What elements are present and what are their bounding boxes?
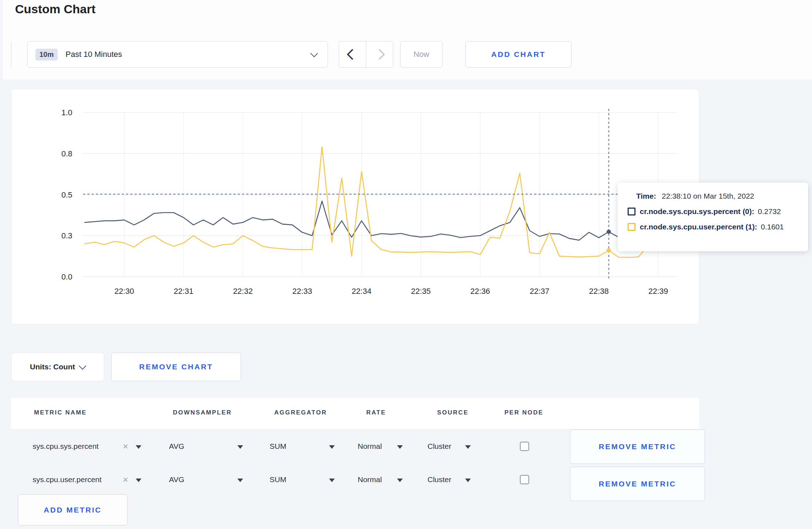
add-metric-button[interactable]: ADD METRIC (18, 494, 127, 525)
legend-square-icon (628, 223, 635, 231)
aggregator-caret[interactable] (329, 475, 335, 484)
tooltip-series-label: cr.node.sys.cpu.sys.percent (0): (640, 207, 754, 216)
x-tick-label: 22:30 (114, 287, 134, 296)
units-label: Units: Count (30, 363, 75, 371)
step-back-button[interactable] (339, 42, 366, 67)
remove-chart-button[interactable]: REMOVE CHART (111, 353, 241, 381)
per-node-checkbox[interactable] (520, 475, 529, 484)
tooltip-time-label: Time: (636, 192, 656, 200)
caret-down-icon (465, 479, 471, 482)
column-header: METRIC NAME (34, 409, 87, 416)
caret-down-icon (397, 445, 403, 449)
rate-caret[interactable] (397, 442, 403, 451)
caret-down-icon (465, 445, 471, 449)
downsampler-caret[interactable] (237, 475, 243, 484)
tooltip-series-row: cr.node.sys.cpu.sys.percent (0):0.2732 (628, 207, 808, 216)
chevron-down-icon (310, 49, 318, 57)
y-tick-label: 0.3 (61, 231, 72, 240)
column-header: SOURCE (437, 409, 469, 416)
chevron-left-icon (347, 49, 358, 60)
legend-square-icon (628, 208, 635, 215)
timeseries-chart[interactable]: 22:3022:3122:3222:3322:3422:3522:3622:37… (11, 89, 699, 324)
highlight-dot (606, 230, 611, 234)
caret-down-icon (329, 445, 335, 449)
y-tick-label: 0.5 (61, 190, 72, 199)
chevron-down-icon (79, 362, 86, 369)
aggregator-select[interactable]: SUM (270, 442, 286, 451)
tooltip-time-value: 22:38:10 on Mar 15th, 2022 (662, 192, 754, 200)
x-tick-label: 22:31 (174, 287, 193, 296)
tooltip-series-row: cr.node.sys.cpu.user.percent (1):0.1601 (628, 223, 808, 231)
caret-down-icon (237, 479, 243, 482)
rate-select[interactable]: Normal (358, 442, 382, 451)
time-range-badge: 10m (35, 49, 58, 60)
source-select[interactable]: Cluster (427, 442, 451, 451)
remove-metric-button[interactable]: REMOVE METRIC (570, 467, 705, 501)
x-tick-label: 22:34 (352, 287, 371, 296)
remove-tag-icon[interactable]: × (123, 441, 128, 452)
metric-name-caret[interactable] (136, 475, 141, 484)
x-tick-label: 22:33 (293, 287, 312, 296)
x-tick-label: 22:32 (233, 287, 253, 296)
time-step-buttons (339, 41, 393, 68)
caret-down-icon (136, 445, 141, 449)
highlight-dot (606, 248, 611, 253)
units-dropdown[interactable]: Units: Count (11, 353, 104, 381)
remove-metric-button[interactable]: REMOVE METRIC (570, 429, 705, 464)
chevron-right-icon (374, 49, 385, 60)
caret-down-icon (237, 445, 243, 449)
x-tick-label: 22:38 (589, 287, 609, 296)
x-tick-label: 22:37 (530, 287, 549, 296)
series-line-0 (85, 201, 668, 240)
column-header: AGGREGATOR (274, 409, 327, 416)
tooltip-series-value: 0.2732 (758, 207, 781, 216)
source-caret[interactable] (465, 475, 471, 484)
per-node-checkbox[interactable] (520, 442, 529, 451)
add-chart-button[interactable]: ADD CHART (465, 41, 571, 68)
chart-card: 22:3022:3122:3222:3322:3422:3522:3622:37… (11, 89, 699, 324)
x-tick-label: 22:35 (411, 287, 431, 296)
step-forward-button[interactable] (366, 42, 393, 67)
metric-name-select[interactable]: sys.cpu.user.percent (33, 475, 102, 484)
caret-down-icon (329, 479, 335, 482)
metric-name-caret[interactable] (136, 442, 141, 451)
downsampler-caret[interactable] (237, 442, 243, 451)
time-range-label: Past 10 Minutes (66, 50, 122, 59)
now-button[interactable]: Now (400, 41, 443, 68)
custom-chart-page: Custom Chart 10m Past 10 Minutes Now ADD… (0, 0, 812, 529)
caret-down-icon (397, 479, 403, 482)
y-tick-label: 1.0 (61, 108, 72, 117)
rate-caret[interactable] (397, 475, 403, 484)
column-header: PER NODE (504, 409, 543, 416)
x-tick-label: 22:39 (648, 287, 668, 296)
caret-down-icon (136, 479, 141, 482)
y-tick-label: 0.0 (61, 272, 72, 281)
aggregator-select[interactable]: SUM (270, 475, 286, 484)
downsampler-select[interactable]: AVG (169, 475, 184, 484)
metrics-table-header: METRIC NAMEDOWNSAMPLERAGGREGATORRATESOUR… (11, 398, 699, 429)
downsampler-select[interactable]: AVG (169, 442, 184, 451)
tooltip-series-list: cr.node.sys.cpu.sys.percent (0):0.2732cr… (628, 207, 808, 231)
series-line-1 (85, 147, 668, 257)
y-tick-label: 0.8 (61, 149, 72, 158)
column-header: RATE (366, 409, 386, 416)
column-header: DOWNSAMPLER (173, 409, 232, 416)
rate-select[interactable]: Normal (358, 475, 382, 484)
source-select[interactable]: Cluster (427, 475, 451, 484)
remove-tag-icon[interactable]: × (123, 474, 128, 485)
aggregator-caret[interactable] (329, 442, 335, 451)
tooltip-series-value: 0.1601 (761, 223, 784, 231)
metric-name-select[interactable]: sys.cpu.sys.percent (33, 442, 98, 451)
x-tick-label: 22:36 (470, 287, 490, 296)
chart-tooltip: Time: 22:38:10 on Mar 15th, 2022 cr.node… (618, 183, 808, 251)
tooltip-series-label: cr.node.sys.cpu.user.percent (1): (640, 223, 757, 231)
toolbar-divider (11, 42, 11, 68)
page-title: Custom Chart (15, 2, 96, 16)
time-range-dropdown[interactable]: 10m Past 10 Minutes (27, 41, 328, 68)
tooltip-time-row: Time: 22:38:10 on Mar 15th, 2022 (636, 192, 808, 200)
source-caret[interactable] (465, 442, 471, 451)
